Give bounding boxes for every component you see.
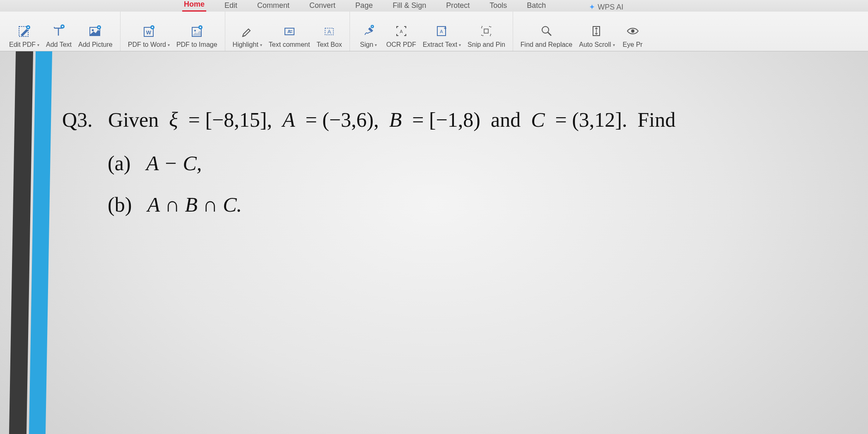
pdf-to-word-button[interactable]: W PDF to Word▾ [125, 12, 173, 51]
svg-text:A: A [440, 29, 443, 34]
search-icon [539, 24, 554, 39]
snip-pin-icon [479, 24, 494, 39]
svg-rect-22 [484, 29, 488, 33]
ribbon-group-convert: W PDF to Word▾ PDF to Image [121, 12, 225, 51]
chevron-down-icon: ▾ [260, 43, 262, 47]
chevron-down-icon: ▾ [375, 43, 377, 47]
tab-tools[interactable]: Tools [488, 1, 509, 12]
chevron-down-icon: ▾ [168, 43, 170, 47]
pdf-to-image-label: PDF to Image [176, 41, 217, 48]
C-symbol: C [531, 108, 545, 131]
edit-pdf-icon [17, 24, 32, 39]
pdf-to-image-icon [189, 24, 204, 39]
B-value: = [−1,8) [412, 108, 480, 131]
ocr-pdf-button[interactable]: A OCR PDF [383, 12, 420, 51]
text-box-button[interactable]: A Text Box [313, 12, 345, 51]
text-box-label: Text Box [316, 41, 342, 48]
tab-convert[interactable]: Convert [308, 1, 337, 12]
ocr-pdf-icon: A [394, 24, 409, 39]
question-line: Q3. Given ξ = [−8,15], A = (−3,6), B = [… [62, 105, 868, 134]
eye-pr-label: Eye Pr [623, 41, 643, 48]
ribbon-group-view: Find and Replace Auto Scroll▾ Eye Pr [513, 12, 651, 51]
pdf-to-image-button[interactable]: PDF to Image [173, 12, 221, 51]
find-word: Find [638, 108, 676, 131]
add-text-label: Add Text [46, 41, 72, 48]
sparkle-icon: ✦ [589, 2, 595, 12]
and-word: and [491, 108, 521, 131]
part-a-body: A − C, [146, 152, 202, 175]
tab-wps-ai[interactable]: ✦ WPS AI [589, 2, 623, 12]
part-a-label: (a) [108, 152, 131, 175]
ocr-pdf-label: OCR PDF [386, 41, 416, 48]
tab-home[interactable]: Home [182, 0, 206, 12]
chevron-down-icon: ▾ [613, 43, 615, 47]
extract-text-button[interactable]: A Extract Text▾ [420, 12, 464, 51]
wps-ai-label: WPS AI [598, 3, 623, 12]
part-a: (a) A − C, [108, 147, 868, 180]
highlight-button[interactable]: Highlight▾ [229, 12, 265, 51]
given-word: Given [108, 108, 159, 131]
add-picture-button[interactable]: Add Picture [75, 12, 116, 51]
add-picture-icon [88, 24, 103, 39]
sign-label: Sign [360, 41, 373, 48]
text-comment-icon: A [282, 24, 297, 39]
pdf-to-word-icon: W [141, 24, 156, 39]
svg-text:W: W [146, 29, 152, 36]
svg-line-24 [548, 32, 551, 36]
auto-scroll-icon [589, 24, 604, 39]
svg-point-4 [92, 29, 94, 31]
xi-symbol: ξ [169, 108, 178, 131]
part-b-body: A ∩ B ∩ C. [147, 193, 242, 216]
sign-button[interactable]: Sign▾ [354, 12, 383, 51]
highlight-label: Highlight [233, 41, 258, 48]
edit-pdf-label: Edit PDF [9, 41, 36, 48]
svg-text:A: A [400, 29, 403, 34]
document-viewport[interactable]: Q3. Given ξ = [−8,15], A = (−3,6), B = [… [0, 51, 868, 434]
add-picture-label: Add Picture [78, 41, 113, 48]
auto-scroll-button[interactable]: Auto Scroll▾ [576, 12, 618, 51]
svg-point-10 [194, 30, 196, 31]
question-number: Q3. [62, 108, 93, 131]
extract-text-icon: A [434, 24, 449, 39]
tab-comment[interactable]: Comment [256, 1, 291, 12]
find-replace-button[interactable]: Find and Replace [517, 12, 576, 51]
tab-batch[interactable]: Batch [525, 1, 547, 12]
tab-fillsign[interactable]: Fill & Sign [391, 1, 428, 12]
A-symbol: A [282, 108, 295, 131]
C-value: = (3,12]. [555, 108, 627, 131]
part-b-label: (b) [108, 193, 132, 216]
ribbon-group-tools: Sign▾ A OCR PDF A Extract Text▾ Snip and… [350, 12, 513, 51]
sign-icon [361, 24, 376, 39]
document-content: Q3. Given ξ = [−8,15], A = (−3,6), B = [… [62, 105, 868, 221]
tab-edit[interactable]: Edit [223, 1, 239, 12]
text-comment-button[interactable]: A Text comment [265, 12, 313, 51]
add-text-icon [51, 24, 66, 39]
add-text-button[interactable]: Add Text [43, 12, 75, 51]
eye-pr-button[interactable]: Eye Pr [618, 12, 647, 51]
menu-tabs: Home Edit Comment Convert Page Fill & Si… [0, 0, 868, 12]
chevron-down-icon: ▾ [459, 43, 461, 47]
edit-pdf-button[interactable]: Edit PDF▾ [6, 12, 43, 51]
svg-text:A: A [328, 29, 331, 35]
B-symbol: B [389, 108, 402, 131]
A-value: = (−3,6), [305, 108, 379, 131]
ribbon-group-edit: Edit PDF▾ Add Text Add Picture [2, 12, 121, 51]
extract-text-label: Extract Text [423, 41, 457, 48]
eye-icon [625, 24, 640, 39]
svg-point-23 [542, 27, 549, 33]
part-b: (b) A ∩ B ∩ C. [108, 188, 868, 221]
tab-page[interactable]: Page [354, 1, 374, 12]
pdf-to-word-label: PDF to Word [128, 41, 166, 48]
auto-scroll-label: Auto Scroll [579, 41, 611, 48]
tab-protect[interactable]: Protect [444, 1, 471, 12]
svg-text:A: A [287, 29, 291, 34]
text-box-icon: A [322, 24, 337, 39]
page-margin-blue [29, 51, 52, 434]
xi-value: = [−8,15], [188, 108, 272, 131]
snip-pin-label: Snip and Pin [468, 41, 505, 48]
svg-point-26 [631, 29, 634, 33]
highlight-icon [240, 24, 255, 39]
snip-pin-button[interactable]: Snip and Pin [464, 12, 509, 51]
find-replace-label: Find and Replace [521, 41, 572, 48]
ribbon-group-annotate: Highlight▾ A Text comment A Text Box [225, 12, 350, 51]
